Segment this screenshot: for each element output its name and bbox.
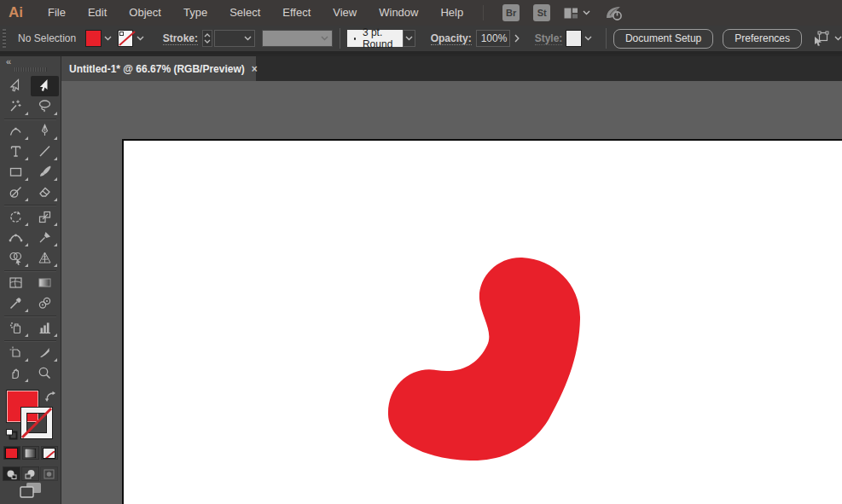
stroke-proxy-swatch[interactable] bbox=[21, 408, 52, 438]
menu-object[interactable]: Object bbox=[118, 0, 172, 26]
document-tab[interactable]: Untitled-1* @ 66.67% (RGB/Preview) × bbox=[61, 56, 256, 81]
screen-mode-icon bbox=[19, 481, 43, 500]
control-bar: No Selection Stroke: 3 pt. Roun bbox=[0, 26, 842, 54]
width-tool[interactable] bbox=[2, 228, 30, 248]
draw-behind-button[interactable] bbox=[21, 466, 39, 481]
document-setup-button[interactable]: Document Setup bbox=[613, 29, 713, 49]
menu-file[interactable]: File bbox=[37, 0, 77, 26]
tool-group-separator bbox=[4, 119, 56, 119]
style-dropdown[interactable] bbox=[584, 30, 594, 47]
menu-edit[interactable]: Edit bbox=[77, 0, 118, 26]
stepper-down-icon bbox=[204, 39, 211, 43]
scale-tool-icon bbox=[38, 210, 52, 224]
brush-definition-value: 3 pt. Round bbox=[363, 26, 403, 50]
magic-wand-tool[interactable] bbox=[2, 96, 30, 117]
stroke-weight-stepper[interactable] bbox=[202, 30, 212, 47]
gradient-swatch-icon bbox=[25, 449, 36, 458]
control-bar-grip[interactable] bbox=[3, 29, 6, 48]
shape-builder-tool[interactable] bbox=[2, 248, 30, 269]
line-segment-tool[interactable] bbox=[31, 142, 59, 162]
brush-definition-field[interactable]: 3 pt. Round bbox=[347, 30, 404, 47]
stroke-weight-field[interactable] bbox=[214, 30, 256, 47]
opacity-field[interactable]: 100% bbox=[476, 30, 511, 47]
gradient-tool[interactable] bbox=[31, 273, 59, 293]
draw-inside-button[interactable] bbox=[40, 466, 58, 481]
type-tool[interactable] bbox=[2, 142, 30, 162]
slice-tool[interactable] bbox=[31, 343, 59, 363]
width-tool-icon bbox=[9, 230, 23, 245]
rectangle-tool[interactable] bbox=[2, 162, 30, 182]
panel-grip[interactable] bbox=[0, 66, 61, 73]
eraser-tool[interactable] bbox=[31, 182, 59, 203]
menu-type[interactable]: Type bbox=[172, 0, 218, 26]
color-swatch-icon bbox=[6, 449, 17, 458]
preferences-button[interactable]: Preferences bbox=[723, 29, 802, 49]
stroke-indicator-icon bbox=[119, 32, 124, 36]
selection-tool[interactable] bbox=[2, 76, 30, 96]
brush-definition-dropdown[interactable] bbox=[403, 30, 415, 47]
menu-select[interactable]: Select bbox=[218, 0, 271, 26]
panel-collapse-button[interactable]: « bbox=[0, 56, 61, 66]
gradient-button[interactable] bbox=[22, 446, 39, 460]
line-segment-tool-icon bbox=[38, 144, 52, 159]
eraser-tool-icon bbox=[38, 185, 52, 200]
eyedropper-tool[interactable] bbox=[2, 293, 30, 314]
swap-fill-stroke-button[interactable] bbox=[44, 391, 57, 407]
menu-window[interactable]: Window bbox=[368, 0, 429, 26]
rotate-tool[interactable] bbox=[2, 207, 30, 228]
menu-view[interactable]: View bbox=[322, 0, 368, 26]
chevron-right-icon bbox=[514, 34, 520, 43]
paintbrush-tool[interactable] bbox=[31, 162, 59, 182]
bridge-button[interactable]: Br bbox=[502, 4, 520, 21]
artboard-tool[interactable] bbox=[2, 343, 30, 363]
mesh-tool[interactable] bbox=[2, 273, 30, 293]
column-graph-tool[interactable] bbox=[31, 318, 59, 339]
chevron-down-icon bbox=[244, 36, 252, 41]
document-tab-title: Untitled-1* @ 66.67% (RGB/Preview) bbox=[69, 63, 245, 75]
direct-selection-tool[interactable] bbox=[31, 76, 59, 96]
stroke-color-dropdown[interactable] bbox=[135, 30, 145, 47]
opacity-label[interactable]: Opacity: bbox=[431, 32, 472, 45]
canvas[interactable] bbox=[61, 81, 842, 504]
fill-color-swatch[interactable] bbox=[86, 31, 100, 46]
type-tool-icon bbox=[9, 144, 23, 159]
lasso-tool-icon bbox=[38, 99, 52, 113]
menu-effect[interactable]: Effect bbox=[271, 0, 322, 26]
lasso-tool[interactable] bbox=[31, 96, 59, 117]
draw-normal-button[interactable] bbox=[3, 466, 20, 481]
shape-builder-tool-icon bbox=[9, 251, 23, 265]
opacity-value: 100% bbox=[481, 32, 508, 44]
shaper-tool[interactable] bbox=[2, 182, 30, 203]
zoom-tool[interactable] bbox=[31, 363, 59, 384]
none-button[interactable] bbox=[41, 446, 58, 460]
style-label[interactable]: Style: bbox=[535, 32, 563, 45]
blend-tool[interactable] bbox=[31, 293, 59, 314]
default-swatches-icon bbox=[5, 428, 18, 440]
sync-status[interactable] bbox=[604, 4, 624, 22]
style-swatch[interactable] bbox=[566, 31, 580, 46]
puppet-warp-tool[interactable] bbox=[31, 228, 59, 248]
stroke-color-swatch[interactable] bbox=[119, 31, 132, 46]
symbol-sprayer-tool[interactable] bbox=[2, 318, 30, 339]
color-button[interactable] bbox=[3, 446, 20, 460]
scale-tool[interactable] bbox=[31, 207, 59, 228]
select-similar-control[interactable] bbox=[811, 31, 842, 46]
default-fill-stroke-button[interactable] bbox=[5, 428, 18, 443]
blob-shape[interactable] bbox=[388, 258, 580, 461]
chevron-down-icon bbox=[834, 36, 842, 41]
opacity-expand-button[interactable] bbox=[512, 30, 522, 47]
screen-mode-button[interactable] bbox=[0, 481, 61, 500]
stroke-label[interactable]: Stroke: bbox=[163, 32, 198, 45]
workspace-switcher[interactable] bbox=[564, 8, 590, 19]
chevron-down-icon bbox=[136, 36, 144, 41]
hand-tool[interactable] bbox=[2, 363, 30, 384]
pen-tool[interactable] bbox=[31, 121, 59, 142]
fill-color-dropdown[interactable] bbox=[103, 30, 113, 47]
menu-help[interactable]: Help bbox=[429, 0, 474, 26]
perspective-grid-tool[interactable] bbox=[31, 248, 59, 269]
tab-close-icon[interactable]: × bbox=[252, 63, 258, 75]
menubar-separator bbox=[483, 5, 484, 20]
tool-group-separator bbox=[4, 270, 56, 271]
curvature-tool[interactable] bbox=[2, 121, 30, 142]
stock-button[interactable]: St bbox=[533, 4, 550, 21]
